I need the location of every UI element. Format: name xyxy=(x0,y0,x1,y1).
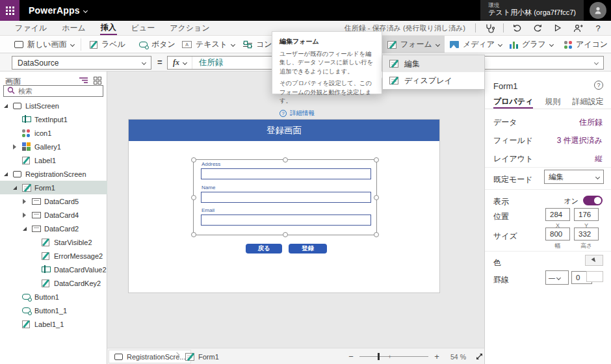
environment-picker[interactable]: 環境 テスト用小林 (orga7f7fcc7) xyxy=(480,0,584,21)
color-picker-button[interactable] xyxy=(585,255,603,266)
resize-handle-s[interactable] xyxy=(283,232,288,237)
resize-handle-e[interactable] xyxy=(374,195,379,200)
help-icon[interactable]: ? xyxy=(592,23,604,33)
tree-item-registrationscreen[interactable]: RegistrationScreen xyxy=(0,167,107,181)
tab-rules[interactable]: 規則 xyxy=(545,96,560,109)
app-checker-stethoscope-icon[interactable] xyxy=(483,23,496,33)
new-screen-button[interactable]: 新しい画面 xyxy=(9,36,79,53)
data-source-value[interactable]: 住所録 xyxy=(579,117,603,128)
resize-handle-ne[interactable] xyxy=(374,157,379,162)
chevron-down-icon xyxy=(70,42,75,47)
fx-dropdown[interactable]: fx xyxy=(168,57,192,69)
tree-item-datacard2[interactable]: DataCard2 xyxy=(0,222,107,235)
zoom-slider-handle[interactable] xyxy=(378,353,380,360)
resize-handle-sw[interactable] xyxy=(191,232,196,237)
undo-icon[interactable] xyxy=(511,24,524,32)
learn-more-link[interactable]: ? 詳細情報 xyxy=(280,109,374,118)
zoom-slider[interactable]: + xyxy=(359,356,428,357)
form-dropdown-button[interactable]: フォーム xyxy=(382,36,445,53)
menu-file[interactable]: ファイル xyxy=(14,21,47,35)
chevron-down-icon xyxy=(498,42,502,47)
tree-item-datacard4[interactable]: DataCard4 xyxy=(0,208,107,222)
menu-view[interactable]: ビュー xyxy=(131,21,156,35)
icons-icon xyxy=(22,129,30,137)
preview-play-icon[interactable] xyxy=(551,24,564,32)
app-launcher-waffle-icon[interactable] xyxy=(0,0,20,21)
expander-closed-icon[interactable] xyxy=(23,199,26,204)
tree-item-form1[interactable]: Form1 xyxy=(0,181,107,194)
back-button[interactable]: 戻る xyxy=(246,244,282,254)
media-dropdown-button[interactable]: メディア xyxy=(445,36,507,53)
tree-item-gallery1[interactable]: Gallery1 xyxy=(0,140,107,153)
screen-search[interactable] xyxy=(3,85,103,97)
search-input[interactable] xyxy=(18,87,90,95)
zoom-in-icon[interactable]: + xyxy=(432,352,441,361)
visible-label: 表示 xyxy=(493,196,509,207)
fields-value[interactable]: 3 件選択済み xyxy=(557,135,603,146)
tree-view-icon[interactable] xyxy=(79,77,88,86)
icons-dropdown-button[interactable]: アイコン xyxy=(559,36,611,53)
tree-item-listscreen[interactable]: ListScreen xyxy=(0,99,107,112)
tree-item-button1[interactable]: Button1 xyxy=(0,290,107,304)
tree-item-datacard5[interactable]: DataCard5 xyxy=(0,194,107,208)
tree-item-textinput1[interactable]: TextInput1 xyxy=(0,112,107,126)
label-button[interactable]: ラベル xyxy=(84,36,131,53)
menu-action[interactable]: アクション xyxy=(169,21,210,35)
tree-item-errormessage2[interactable]: ErrorMessage2 xyxy=(0,249,107,263)
control-sliders-icon xyxy=(243,42,252,48)
user-avatar[interactable] xyxy=(590,2,606,19)
expander-open-icon[interactable] xyxy=(4,172,8,176)
brand-chevron-down-icon[interactable] xyxy=(83,8,88,12)
tree-item-label1[interactable]: Label1 xyxy=(0,153,107,167)
tree-item-starvisible2[interactable]: StarVisible2 xyxy=(0,235,107,249)
screen-icon xyxy=(13,103,21,109)
redo-icon[interactable] xyxy=(531,24,544,32)
position-x-input[interactable]: 284 xyxy=(545,208,570,221)
expander-open-icon[interactable] xyxy=(13,186,17,190)
menu-home[interactable]: ホーム xyxy=(61,21,86,35)
expander-open-icon[interactable] xyxy=(23,227,27,231)
default-mode-select[interactable]: 編集 xyxy=(544,170,604,184)
resize-handle-n[interactable] xyxy=(283,157,288,162)
expander-open-icon[interactable] xyxy=(4,104,8,108)
chevron-down-icon xyxy=(595,174,600,179)
breadcrumb-control[interactable]: Form1 xyxy=(185,350,219,363)
border-color-swatch[interactable] xyxy=(586,271,603,282)
form-selection-rect[interactable] xyxy=(193,159,377,235)
resize-handle-w[interactable] xyxy=(191,195,196,200)
equals-sign: = xyxy=(157,57,162,67)
panel-help-icon[interactable]: ? xyxy=(594,81,603,90)
fields-label: フィールド xyxy=(493,135,533,146)
resize-handle-nw[interactable] xyxy=(191,157,196,162)
fit-to-window-icon[interactable] xyxy=(475,352,484,361)
height-input[interactable]: 332 xyxy=(574,228,599,240)
layout-value[interactable]: 縦 xyxy=(595,153,603,164)
breadcrumb-screen[interactable]: RegistrationScre... xyxy=(109,350,191,363)
expander-closed-icon[interactable] xyxy=(13,144,16,150)
position-y-input[interactable]: 176 xyxy=(574,208,599,221)
share-person-icon[interactable] xyxy=(571,24,584,32)
formula-expand-chevron-icon[interactable] xyxy=(595,58,603,68)
tree-item-datacardkey2[interactable]: DataCardKey2 xyxy=(0,276,107,290)
width-input[interactable]: 800 xyxy=(545,228,570,240)
menu-item-edit-form[interactable]: 編集 xyxy=(383,55,484,72)
text-dropdown-button[interactable]: テキスト xyxy=(177,36,240,53)
button-button[interactable]: ボタン xyxy=(134,36,181,53)
register-button[interactable]: 登録 xyxy=(289,244,327,254)
chart-dropdown-button[interactable]: グラフ xyxy=(504,36,558,53)
property-selector-dropdown[interactable]: DataSource xyxy=(12,56,151,70)
zoom-out-icon[interactable]: − xyxy=(346,352,356,361)
resize-handle-se[interactable] xyxy=(374,232,379,237)
app-screen-header[interactable]: 登録画面 xyxy=(129,120,439,141)
menu-item-display-form[interactable]: ディスプレイ xyxy=(383,72,484,89)
border-style-select[interactable]: — xyxy=(545,270,569,285)
expander-closed-icon[interactable] xyxy=(23,213,26,218)
tree-item-button1_1[interactable]: Button1_1 xyxy=(0,304,107,317)
tree-item-label1_1[interactable]: Label1_1 xyxy=(0,317,107,331)
visible-toggle[interactable] xyxy=(583,196,603,205)
tab-advanced[interactable]: 詳細設定 xyxy=(572,96,603,109)
tree-item-datacardvalue2[interactable]: DataCardValue2 xyxy=(0,263,107,276)
menu-insert[interactable]: 挿入 xyxy=(100,21,117,35)
tab-properties[interactable]: プロパティ xyxy=(493,96,533,109)
tree-item-icon1[interactable]: icon1 xyxy=(0,126,107,140)
